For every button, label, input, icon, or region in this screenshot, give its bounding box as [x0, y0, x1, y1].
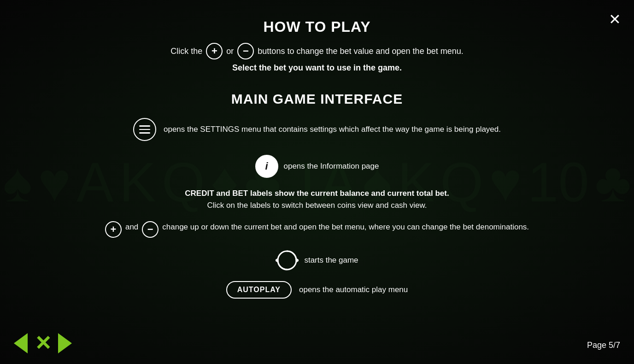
change-bet-text: change up or down the current bet and op… — [162, 221, 529, 233]
close-icon: ✕ — [609, 11, 621, 28]
hamburger-icon — [133, 118, 156, 141]
main-game-title: MAIN GAME INTERFACE — [231, 91, 403, 107]
hamburger-line2 — [139, 129, 150, 130]
spin-row: starts the game — [276, 249, 358, 272]
click-the-text: Click the — [170, 47, 202, 56]
main-content: HOW TO PLAY Click the + or − buttons to … — [0, 0, 634, 364]
hamburger-line1 — [139, 125, 150, 127]
spin-icon — [276, 249, 299, 272]
info-description: opens the Information page — [284, 162, 379, 171]
how-to-play-line1: Click the + or − buttons to change the b… — [170, 43, 463, 59]
and-text: and — [125, 221, 138, 233]
settings-row: opens the SETTINGS menu that contains se… — [92, 118, 542, 141]
autoplay-row: AUTOPLAY opens the automatic play menu — [226, 281, 408, 299]
svg-marker-2 — [276, 258, 278, 263]
minus-icon-small: − — [142, 221, 158, 238]
settings-description: opens the SETTINGS menu that contains se… — [164, 125, 501, 134]
or-text: or — [226, 47, 234, 56]
plus-circle-icon: + — [206, 43, 223, 59]
buttons-text: buttons to change the bet value and open… — [258, 47, 463, 56]
autoplay-description: opens the automatic play menu — [299, 285, 408, 294]
svg-marker-1 — [296, 258, 299, 263]
info-icon: i — [255, 155, 278, 178]
hamburger-line3 — [139, 132, 150, 134]
plus-icon-small: + — [105, 221, 122, 238]
credit-bet-subtext: Click on the labels to switch between co… — [207, 201, 427, 210]
autoplay-button[interactable]: AUTOPLAY — [226, 281, 292, 299]
info-row: i opens the Information page — [255, 155, 379, 178]
plus-minus-row: + and − change up or down the current be… — [105, 221, 529, 238]
how-to-play-line2: Select the bet you want to use in the ga… — [232, 63, 402, 73]
close-button[interactable]: ✕ — [605, 9, 625, 29]
minus-circle-icon: − — [237, 43, 254, 59]
spin-text: starts the game — [304, 256, 358, 265]
how-to-play-title: HOW TO PLAY — [263, 18, 370, 35]
credit-bet-text: CREDIT and BET labels show the current b… — [185, 189, 449, 198]
